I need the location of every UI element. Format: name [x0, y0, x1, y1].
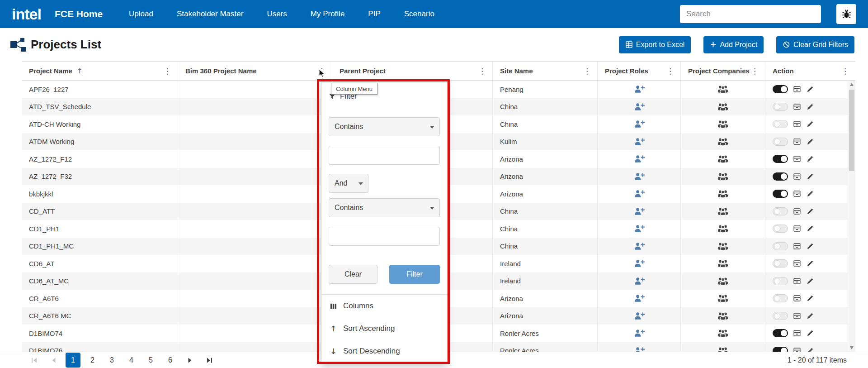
pager-last-button[interactable] — [202, 353, 217, 368]
edit-icon[interactable] — [806, 190, 814, 198]
pager-page[interactable]: 1 — [66, 353, 80, 368]
archive-icon[interactable] — [793, 225, 801, 233]
column-menu-button[interactable]: ⋮ — [751, 67, 759, 75]
column-menu-button-active[interactable]: ⋮ — [318, 67, 326, 75]
nav-item-upload[interactable]: Upload — [129, 10, 153, 19]
menu-item-sort-descending[interactable]: ↓ Sort Descending — [329, 340, 440, 363]
add-project-button[interactable]: Add Project — [703, 36, 764, 53]
column-header-site-name[interactable]: Site Name ⋮ — [493, 62, 598, 80]
person-plus-icon[interactable] — [634, 155, 645, 163]
people-group-icon[interactable] — [717, 190, 728, 198]
active-toggle[interactable] — [773, 242, 788, 250]
person-plus-icon[interactable] — [634, 329, 645, 337]
filter-button[interactable]: Filter — [389, 265, 440, 284]
active-toggle[interactable] — [773, 103, 788, 111]
edit-icon[interactable] — [806, 138, 814, 146]
active-toggle[interactable] — [773, 259, 788, 268]
nav-item-users[interactable]: Users — [267, 10, 287, 19]
archive-icon[interactable] — [793, 172, 801, 181]
scroll-up-arrow-icon[interactable] — [850, 83, 854, 86]
person-plus-icon[interactable] — [634, 312, 645, 320]
edit-icon[interactable] — [806, 103, 814, 111]
pager-page[interactable]: 4 — [124, 353, 139, 368]
edit-icon[interactable] — [806, 85, 814, 93]
active-toggle[interactable] — [773, 207, 788, 215]
nav-item-stakeholder-master[interactable]: Stakeholder Master — [177, 10, 243, 19]
column-header-bim360-project-name[interactable]: Bim 360 Project Name ⋮ — [178, 62, 332, 80]
edit-icon[interactable] — [806, 329, 814, 337]
archive-icon[interactable] — [793, 155, 801, 163]
filter-value-input-1[interactable] — [329, 146, 440, 165]
archive-icon[interactable] — [793, 242, 801, 250]
pager-page[interactable]: 2 — [85, 353, 100, 368]
active-toggle[interactable] — [773, 312, 788, 320]
edit-icon[interactable] — [806, 225, 814, 233]
app-title[interactable]: FCE Home — [55, 9, 103, 19]
edit-icon[interactable] — [806, 259, 814, 268]
filter-value-input-2[interactable] — [329, 227, 440, 246]
people-group-icon[interactable] — [717, 329, 728, 337]
export-to-excel-button[interactable]: Export to Excel — [619, 36, 691, 53]
edit-icon[interactable] — [806, 172, 814, 181]
column-header-project-roles[interactable]: Project Roles ⋮ — [598, 62, 681, 80]
person-plus-icon[interactable] — [634, 103, 645, 111]
pager-previous-button[interactable] — [46, 353, 61, 368]
column-menu-button[interactable]: ⋮ — [666, 67, 674, 75]
person-plus-icon[interactable] — [634, 190, 645, 198]
pager-page[interactable]: 3 — [104, 353, 119, 368]
archive-icon[interactable] — [793, 294, 801, 302]
people-group-icon[interactable] — [717, 277, 728, 285]
archive-icon[interactable] — [793, 259, 801, 268]
menu-item-columns[interactable]: Columns — [329, 295, 440, 317]
active-toggle[interactable] — [773, 85, 788, 93]
nav-item-pip[interactable]: PIP — [368, 10, 380, 19]
clear-button[interactable]: Clear — [329, 265, 377, 284]
menu-item-sort-ascending[interactable]: ↑ Sort Ascending — [329, 317, 440, 340]
active-toggle[interactable] — [773, 120, 788, 128]
edit-icon[interactable] — [806, 155, 814, 163]
search-input[interactable] — [680, 5, 821, 23]
archive-icon[interactable] — [793, 207, 801, 215]
column-menu-button[interactable]: ⋮ — [583, 67, 591, 75]
people-group-icon[interactable] — [717, 259, 728, 268]
people-group-icon[interactable] — [717, 85, 728, 93]
pager-page[interactable]: 6 — [163, 353, 178, 368]
pager-next-button[interactable] — [182, 353, 197, 368]
archive-icon[interactable] — [793, 103, 801, 111]
people-group-icon[interactable] — [717, 155, 728, 163]
bug-report-button[interactable] — [836, 4, 856, 24]
archive-icon[interactable] — [793, 190, 801, 198]
archive-icon[interactable] — [793, 138, 801, 146]
active-toggle[interactable] — [773, 138, 788, 146]
column-header-parent-project[interactable]: Parent Project ⋮ — [332, 62, 493, 80]
people-group-icon[interactable] — [717, 103, 728, 111]
edit-icon[interactable] — [806, 312, 814, 320]
people-group-icon[interactable] — [717, 120, 728, 128]
person-plus-icon[interactable] — [634, 277, 645, 285]
person-plus-icon[interactable] — [634, 225, 645, 233]
active-toggle[interactable] — [773, 172, 788, 181]
person-plus-icon[interactable] — [634, 138, 645, 146]
person-plus-icon[interactable] — [634, 172, 645, 181]
archive-icon[interactable] — [793, 120, 801, 128]
archive-icon[interactable] — [793, 329, 801, 337]
person-plus-icon[interactable] — [634, 242, 645, 250]
filter-operator-dropdown-1[interactable]: Contains — [329, 117, 440, 136]
column-header-project-name[interactable]: Project Name ↑ ⋮ — [22, 62, 178, 80]
scroll-down-arrow-icon[interactable] — [850, 346, 854, 349]
pager-page[interactable]: 5 — [143, 353, 158, 368]
column-menu-button[interactable]: ⋮ — [841, 67, 849, 75]
active-toggle[interactable] — [773, 190, 788, 198]
nav-item-scenario[interactable]: Scenario — [404, 10, 434, 19]
active-toggle[interactable] — [773, 329, 788, 337]
archive-icon[interactable] — [793, 277, 801, 285]
edit-icon[interactable] — [806, 120, 814, 128]
filter-operator-dropdown-2[interactable]: Contains — [329, 198, 440, 217]
people-group-icon[interactable] — [717, 242, 728, 250]
edit-icon[interactable] — [806, 294, 814, 302]
grid-scrollbar[interactable] — [848, 81, 855, 352]
active-toggle[interactable] — [773, 294, 788, 302]
people-group-icon[interactable] — [717, 138, 728, 146]
person-plus-icon[interactable] — [634, 259, 645, 268]
clear-grid-filters-button[interactable]: Clear Grid Filters — [776, 36, 854, 53]
